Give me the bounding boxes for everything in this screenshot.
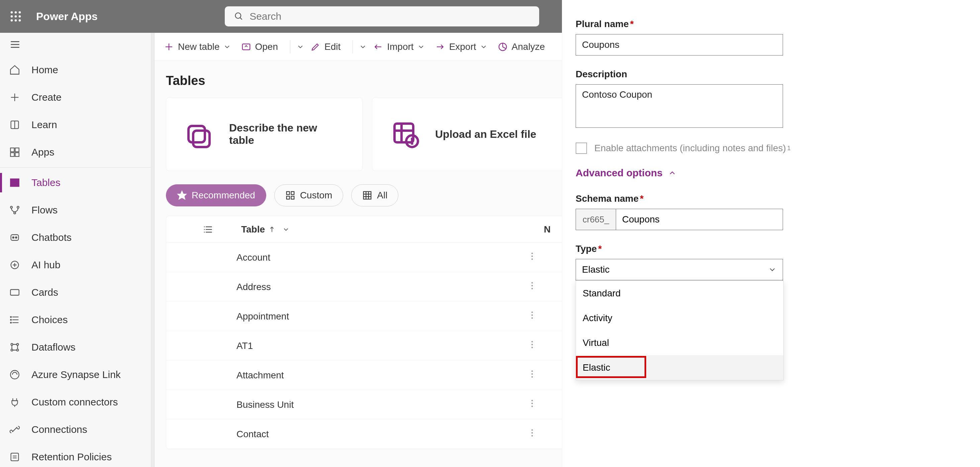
cmd-new-table[interactable]: New table — [164, 33, 235, 61]
description-input[interactable] — [576, 84, 783, 128]
svg-point-5 — [19, 15, 21, 18]
svg-rect-53 — [193, 131, 210, 147]
option-virtual[interactable]: Virtual — [576, 330, 783, 355]
grid-icon — [285, 190, 295, 200]
col-header-name[interactable]: N — [544, 224, 550, 235]
schema-prefix: cr665_ — [576, 209, 616, 230]
svg-point-8 — [19, 19, 21, 22]
svg-point-7 — [15, 19, 17, 22]
plus-icon — [7, 90, 22, 105]
svg-point-0 — [11, 11, 13, 14]
nav-label: Custom connectors — [32, 397, 118, 408]
home-icon — [7, 62, 22, 77]
nav-item-retention[interactable]: Retention Policies — [0, 443, 151, 467]
nav-item-dataflows[interactable]: Dataflows — [0, 333, 151, 361]
svg-point-1 — [15, 11, 17, 14]
nav-item-chatbots[interactable]: Chatbots — [0, 224, 151, 251]
nav-divider — [0, 167, 151, 167]
nav-label: Cards — [32, 287, 58, 298]
svg-point-73 — [531, 256, 533, 257]
global-search[interactable] — [225, 6, 539, 26]
nav-item-create[interactable]: Create — [0, 84, 151, 111]
cmd-label: Analyze — [512, 41, 545, 52]
nav-collapse-button[interactable] — [0, 33, 151, 56]
row-more-icon[interactable] — [531, 370, 544, 381]
checkbox-label: Enable attachments (including notes and … — [594, 143, 786, 153]
type-select[interactable]: Elastic Standard Activity Virtual Elasti… — [576, 259, 783, 281]
waffle-icon[interactable] — [7, 8, 24, 25]
nav-item-aihub[interactable]: AI hub — [0, 251, 151, 279]
nav-item-custom-connectors[interactable]: Custom connectors — [0, 388, 151, 416]
svg-point-3 — [11, 15, 13, 18]
side-nav: Home Create Learn Apps Tables Flows Chat… — [0, 33, 151, 467]
row-more-icon[interactable] — [531, 311, 544, 322]
nav-item-learn[interactable]: Learn — [0, 111, 151, 139]
svg-rect-60 — [291, 192, 294, 195]
search-input[interactable] — [250, 11, 530, 22]
row-selector-icon[interactable] — [203, 224, 214, 235]
row-more-icon[interactable] — [531, 399, 544, 410]
nav-item-flows[interactable]: Flows — [0, 196, 151, 224]
col-header-label: Table — [241, 224, 265, 235]
cmd-open[interactable]: Open — [241, 33, 278, 61]
schema-name-input[interactable] — [616, 209, 783, 230]
svg-rect-18 — [10, 148, 14, 151]
col-header-table[interactable]: Table — [241, 224, 290, 235]
filter-all[interactable]: All — [351, 184, 398, 206]
nav-label: Apps — [32, 147, 54, 158]
chevron-down-icon — [282, 226, 290, 233]
row-name: Address — [237, 282, 531, 292]
advanced-options-toggle[interactable]: Advanced options — [576, 167, 959, 179]
enable-attachments-checkbox[interactable]: Enable attachments (including notes and … — [576, 142, 959, 154]
svg-point-92 — [531, 435, 533, 437]
nav-item-tables[interactable]: Tables — [0, 169, 151, 196]
nav-item-apps[interactable]: Apps — [0, 139, 151, 166]
svg-line-10 — [240, 18, 242, 20]
row-more-icon[interactable] — [531, 252, 544, 263]
card-describe-table[interactable]: Describe the new table — [166, 97, 363, 171]
nav-resize-handle[interactable] — [151, 33, 154, 467]
table-icon — [7, 175, 22, 190]
cmd-edit-dropdown[interactable] — [359, 33, 367, 61]
nav-label: Flows — [32, 204, 57, 216]
chevron-down-icon — [223, 43, 231, 51]
flow-icon — [7, 203, 22, 217]
nav-item-home[interactable]: Home — [0, 56, 151, 84]
svg-point-42 — [11, 349, 13, 351]
filter-recommended[interactable]: Recommended — [166, 184, 266, 206]
filter-custom[interactable]: Custom — [274, 184, 343, 206]
cmd-edit[interactable]: Edit — [310, 33, 340, 61]
svg-point-83 — [531, 347, 533, 348]
row-more-icon[interactable] — [531, 281, 544, 292]
field-schema-name: Schema name* cr665_ — [576, 193, 959, 230]
option-activity[interactable]: Activity — [576, 306, 783, 330]
row-more-icon[interactable] — [531, 340, 544, 351]
field-label: Schema name* — [576, 193, 959, 204]
cmd-import[interactable]: Import — [373, 33, 429, 61]
dataflow-icon — [7, 340, 22, 355]
option-standard[interactable]: Standard — [576, 281, 783, 306]
book-icon — [7, 118, 22, 132]
nav-item-cards[interactable]: Cards — [0, 279, 151, 306]
row-name: Contact — [237, 429, 531, 440]
card-upload-excel[interactable]: Upload an Excel file — [372, 97, 569, 171]
cmd-analyze[interactable]: Analyze — [498, 33, 545, 61]
nav-item-choices[interactable]: Choices — [0, 306, 151, 333]
cmd-open-dropdown[interactable] — [296, 33, 304, 61]
connector-icon — [7, 395, 22, 410]
svg-rect-59 — [286, 192, 290, 195]
cmd-export[interactable]: Export — [435, 33, 492, 61]
option-elastic[interactable]: Elastic — [576, 355, 783, 380]
nav-item-connections[interactable]: Connections — [0, 416, 151, 443]
cmd-label: Edit — [325, 41, 340, 52]
svg-point-91 — [531, 432, 533, 434]
plural-name-input[interactable] — [576, 34, 783, 56]
svg-point-30 — [13, 237, 14, 238]
svg-point-39 — [10, 322, 11, 323]
row-more-icon[interactable] — [531, 429, 544, 440]
svg-point-74 — [531, 258, 533, 260]
nav-label: Home — [32, 64, 58, 76]
retention-icon — [7, 449, 22, 464]
nav-item-synapse[interactable]: Azure Synapse Link — [0, 361, 151, 388]
row-name: Appointment — [237, 311, 531, 322]
